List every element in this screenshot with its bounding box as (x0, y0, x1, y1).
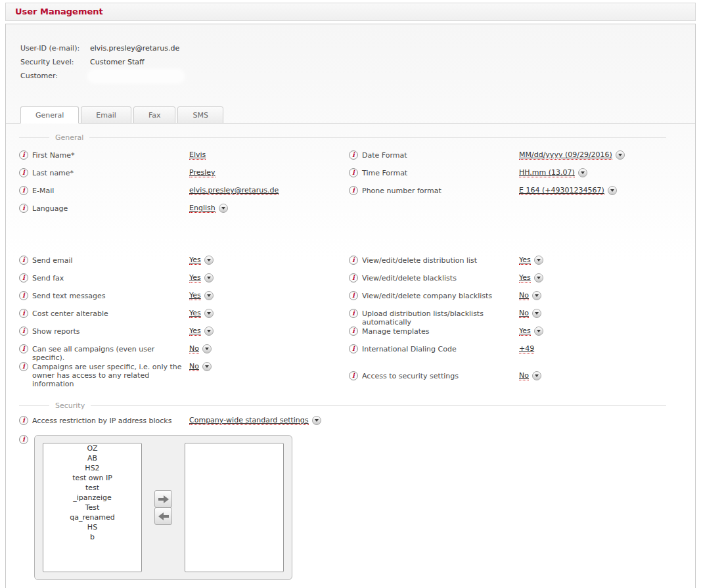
first-name-value[interactable]: Elvis (189, 150, 206, 160)
ip-block-option[interactable]: HS2 (43, 463, 141, 473)
security-legend-text: Security (55, 401, 85, 410)
date-format-value[interactable]: MM/dd/yyyy (09/29/2016) (519, 150, 612, 160)
arrow-left-icon (158, 512, 169, 520)
info-icon[interactable]: i (19, 186, 28, 195)
dropdown-icon[interactable] (534, 327, 543, 336)
tab-email[interactable]: Email (81, 106, 131, 124)
info-icon[interactable]: i (19, 273, 28, 283)
field-label: View/edit/delete blacklists (362, 273, 514, 283)
time-format-value[interactable]: HH.mm (13.07) (519, 168, 575, 177)
security-settings-value[interactable]: No (519, 371, 529, 380)
ip-block-option[interactable]: OZ (43, 443, 141, 453)
move-left-button[interactable] (154, 507, 172, 525)
ip-block-option[interactable]: test own IP (43, 473, 141, 483)
phone-format-value[interactable]: E 164 (+49301234567) (519, 186, 604, 195)
info-icon[interactable]: i (349, 291, 358, 300)
field-label: Upload distribution lists/blacklists aut… (362, 309, 514, 327)
campaigns-user-specific-value[interactable]: No (189, 362, 199, 371)
general-fields: i First Name* Elvis i Last name* Presley… (19, 150, 666, 221)
dropdown-icon[interactable] (204, 309, 214, 318)
info-icon[interactable]: i (19, 256, 28, 265)
send-fax-value[interactable]: Yes (189, 273, 201, 283)
ip-block-option[interactable]: b (43, 532, 141, 542)
dropdown-icon[interactable] (204, 273, 214, 283)
field-label: Manage templates (362, 327, 514, 336)
ip-block-option[interactable]: test (43, 483, 141, 493)
dropdown-icon[interactable] (532, 309, 541, 318)
tab-general[interactable]: General (20, 106, 79, 124)
dropdown-icon[interactable] (312, 416, 321, 425)
send-text-value[interactable]: Yes (189, 291, 201, 300)
ip-blocks-row: i OZABHS2test own IPtest_ipanzeigeTestqa… (19, 435, 666, 580)
dropdown-icon[interactable] (616, 150, 625, 160)
info-icon[interactable]: i (349, 371, 358, 380)
account-row-customer: Customer: (20, 72, 695, 81)
main-panel: User-ID (e-mail): elvis.presley@retarus.… (5, 24, 696, 588)
ip-block-option[interactable]: _ipanzeige (43, 493, 141, 503)
last-name-value[interactable]: Presley (189, 168, 215, 177)
show-reports-value[interactable]: Yes (189, 327, 201, 336)
info-icon[interactable]: i (19, 309, 28, 318)
info-icon[interactable]: i (349, 273, 358, 283)
cost-center-value[interactable]: Yes (189, 309, 201, 318)
ip-block-option[interactable]: HS (43, 522, 141, 532)
distribution-list-value[interactable]: Yes (519, 256, 531, 265)
ip-blocks-panel: OZABHS2test own IPtest_ipanzeigeTestqa_r… (34, 435, 292, 580)
info-icon[interactable]: i (349, 344, 358, 353)
info-icon[interactable]: i (19, 362, 28, 371)
dropdown-icon[interactable] (219, 204, 228, 213)
perm-row-upload-lists: i Upload distribution lists/blacklists a… (349, 309, 666, 327)
dialing-code-value[interactable]: +49 (519, 344, 534, 353)
dropdown-icon[interactable] (608, 186, 617, 195)
perm-row-company-blacklists: i View/edit/delete company blacklists No (349, 291, 666, 309)
tab-sms[interactable]: SMS (177, 106, 223, 124)
field-row-last-name: i Last name* Presley (19, 168, 349, 186)
see-campaigns-value[interactable]: No (189, 344, 199, 353)
perm-row-campaigns-user-specific: i Campaigns are user specific, i.e. only… (19, 362, 349, 388)
language-value[interactable]: English (189, 204, 215, 213)
ip-selected-list[interactable] (185, 443, 284, 572)
field-label: Access to security settings (362, 371, 514, 380)
dropdown-icon[interactable] (204, 327, 214, 336)
field-label: Access restriction by IP address blocks (32, 416, 185, 425)
info-icon[interactable]: i (19, 291, 28, 300)
dropdown-icon[interactable] (202, 344, 212, 353)
send-email-value[interactable]: Yes (189, 256, 201, 265)
info-icon[interactable]: i (349, 327, 358, 336)
dropdown-icon[interactable] (204, 256, 214, 265)
info-icon[interactable]: i (19, 150, 28, 160)
manage-templates-value[interactable]: Yes (519, 327, 531, 336)
info-icon[interactable]: i (349, 168, 358, 177)
dropdown-icon[interactable] (532, 291, 541, 300)
info-icon[interactable]: i (349, 186, 358, 195)
tab-fax[interactable]: Fax (133, 106, 176, 124)
email-value[interactable]: elvis.presley@retarus.de (189, 186, 279, 195)
info-icon[interactable]: i (19, 344, 28, 353)
dropdown-icon[interactable] (532, 371, 541, 380)
dropdown-icon[interactable] (578, 168, 587, 177)
field-label: Time Format (362, 168, 514, 177)
dropdown-icon[interactable] (534, 273, 543, 283)
move-right-button[interactable] (154, 490, 172, 508)
field-label: Show reports (32, 327, 185, 336)
info-icon[interactable]: i (19, 168, 28, 177)
company-blacklists-value[interactable]: No (519, 291, 529, 300)
info-icon[interactable]: i (19, 204, 28, 213)
ip-restriction-value[interactable]: Company-wide standard settings (189, 416, 309, 425)
ip-available-list[interactable]: OZABHS2test own IPtest_ipanzeigeTestqa_r… (43, 443, 142, 572)
info-icon[interactable]: i (19, 416, 28, 425)
ip-block-option[interactable]: Test (43, 503, 141, 512)
info-icon[interactable]: i (19, 435, 28, 444)
perm-row-cost-center: i Cost center alterable Yes (19, 309, 349, 327)
info-icon[interactable]: i (349, 150, 358, 160)
ip-block-option[interactable]: AB (43, 453, 141, 463)
dropdown-icon[interactable] (534, 256, 543, 265)
ip-block-option[interactable]: qa_renamed (43, 512, 141, 522)
info-icon[interactable]: i (349, 309, 358, 318)
info-icon[interactable]: i (19, 327, 28, 336)
info-icon[interactable]: i (349, 256, 358, 265)
blacklists-value[interactable]: Yes (519, 273, 531, 283)
dropdown-icon[interactable] (204, 291, 214, 300)
upload-lists-value[interactable]: No (519, 309, 529, 318)
dropdown-icon[interactable] (202, 362, 212, 371)
